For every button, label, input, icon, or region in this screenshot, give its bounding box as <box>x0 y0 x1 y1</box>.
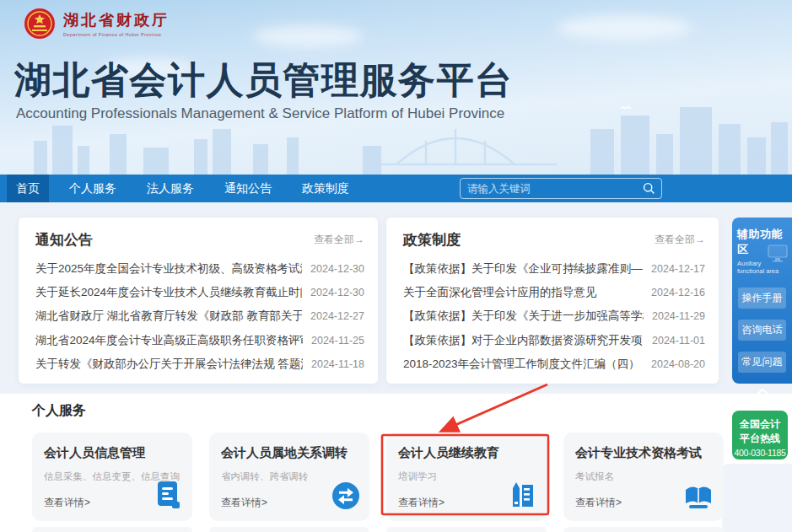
national-hotline-widget[interactable]: 全国会计 平台热线 400-030-1185 <box>732 411 788 459</box>
birds-decoration <box>621 107 631 109</box>
list-item[interactable]: 【政策依据】对于企业内部数据资源研究开发项目的支出... 2024-11-01 <box>403 329 705 352</box>
card-title: 会计专业技术资格考试 <box>575 445 712 461</box>
view-details-link[interactable]: 查看详情> <box>221 496 267 510</box>
policy-date: 2024-11-29 <box>652 310 705 322</box>
nav-item-legal-entity-services[interactable]: 法人服务 <box>137 175 204 202</box>
list-item[interactable]: 湖北省财政厅 湖北省教育厅转发《财政部 教育部关于印... 2024-12-27 <box>35 304 364 328</box>
personal-services-title: 个人服务 <box>32 402 86 420</box>
notices-panel: 通知公告 查看全部→ 关于2025年度全国会计专业技术初级、高级资格考试湖...… <box>19 218 378 384</box>
nav-item-policies[interactable]: 政策制度 <box>292 175 359 202</box>
card-qualification-exam[interactable]: 会计专业技术资格考试 考试报名 查看详情> <box>563 433 724 521</box>
card-subtitle: 考试报名 <box>575 470 712 483</box>
policy-text: 【政策依据】关于印发《关于进一步加强高等学校内部控... <box>403 309 644 324</box>
list-item[interactable]: 【政策依据】关于印发《关于进一步加强高等学校内部控... 2024-11-29 <box>403 304 705 328</box>
list-item[interactable]: 2018-2023年会计管理工作制度文件汇编（四） 2024-08-20 <box>403 352 705 376</box>
notices-list: 关于2025年度全国会计专业技术初级、高级资格考试湖... 2024-12-30… <box>19 255 378 376</box>
national-emblem-icon <box>24 8 56 40</box>
list-item[interactable]: 关于全面深化管理会计应用的指导意见 2024-12-16 <box>403 281 705 304</box>
auxiliary-panel: 辅助功能区 Auxiliary functional area 操作手册 咨询电… <box>732 218 792 384</box>
list-item[interactable]: 湖北省2024年度会计专业高级正高级职务任职资格评审... 2024-11-25 <box>35 329 364 352</box>
card-title: 会计人员继续教育 <box>398 445 535 461</box>
card-continuing-education[interactable]: 会计人员继续教育 培训学习 查看详情> <box>386 433 547 521</box>
card-accountant-info-management[interactable]: 会计人员信息管理 信息采集、信息变更、信息查询 查看详情> <box>32 433 192 521</box>
bottom-right-panel-stub <box>722 464 792 532</box>
policies-view-all-link[interactable]: 查看全部→ <box>655 233 705 247</box>
policies-list: 【政策依据】关于印发《企业可持续披露准则——基本... 2024-12-17 关… <box>386 255 719 376</box>
manual-button[interactable]: 操作手册 <box>738 287 786 309</box>
policy-text: 【政策依据】关于印发《企业可持续披露准则——基本... <box>403 261 643 277</box>
next-row-card-stub <box>209 527 369 532</box>
cloud-decoration <box>557 15 692 40</box>
policy-text: 2018-2023年会计管理工作制度文件汇编（四） <box>403 357 640 372</box>
consult-phone-button[interactable]: 咨询电话 <box>738 320 786 341</box>
nav-item-notices[interactable]: 通知公告 <box>214 175 282 202</box>
policy-text: 关于全面深化管理会计应用的指导意见 <box>403 285 597 300</box>
hotline-line1: 全国会计 <box>732 417 788 432</box>
notice-text: 湖北省2024年度会计专业高级正高级职务任职资格评审... <box>35 333 303 348</box>
notice-text: 关于转发《财政部办公厅关于开展会计法律法规 答题活... <box>35 357 303 372</box>
hotline-line2: 平台热线 <box>732 432 788 446</box>
book-icon <box>682 483 714 513</box>
document-icon <box>154 480 183 513</box>
search-input[interactable] <box>461 183 643 195</box>
monitor-icon <box>767 245 789 266</box>
faq-button[interactable]: 常见问题 <box>738 352 786 373</box>
main-nav: 首页 个人服务 法人服务 通知公告 政策制度 <box>0 175 792 202</box>
notices-title: 通知公告 <box>35 230 93 250</box>
view-details-link[interactable]: 查看详情> <box>398 496 444 510</box>
card-title: 会计人员属地关系调转 <box>221 445 358 461</box>
nav-item-personal-services[interactable]: 个人服务 <box>59 175 127 202</box>
notice-date: 2024-12-30 <box>310 287 364 298</box>
notice-date: 2024-12-27 <box>310 310 364 322</box>
next-row-card-stub <box>32 527 192 532</box>
policy-text: 【政策依据】对于企业内部数据资源研究开发项目的支出... <box>403 333 644 348</box>
search-box <box>460 178 662 199</box>
notice-date: 2024-12-30 <box>310 263 364 275</box>
next-row-card-stub <box>386 527 547 532</box>
transfer-icon <box>331 481 360 513</box>
platform-title: 湖北省会计人员管理服务平台 <box>14 56 514 105</box>
policy-date: 2024-12-16 <box>651 287 705 298</box>
policy-date: 2024-08-20 <box>651 358 705 370</box>
policies-panel: 政策制度 查看全部→ 【政策依据】关于印发《企业可持续披露准则——基本... 2… <box>386 218 719 384</box>
list-item[interactable]: 关于延长2024年度会计专业技术人员继续教育截止时间... 2024-12-30 <box>35 281 364 304</box>
department-name-en: Department of Finance of Hubei Province <box>63 32 170 37</box>
hotline-number: 400-030-1185 <box>732 448 788 458</box>
policy-date: 2024-12-17 <box>651 263 705 275</box>
view-details-link[interactable]: 查看详情> <box>44 496 90 510</box>
collapse-chevron-up-icon[interactable] <box>755 384 770 399</box>
notice-text: 关于延长2024年度会计专业技术人员继续教育截止时间... <box>35 285 302 300</box>
department-logo: 湖北省财政厅 Department of Finance of Hubei Pr… <box>24 8 170 40</box>
department-name-cn: 湖北省财政厅 <box>63 10 170 30</box>
building-icon <box>509 480 537 513</box>
notice-text: 湖北省财政厅 湖北省教育厅转发《财政部 教育部关于印... <box>35 309 302 324</box>
policies-title: 政策制度 <box>403 230 461 250</box>
platform-subtitle: Accounting Professionals Management & Se… <box>16 105 504 122</box>
policy-date: 2024-11-01 <box>652 335 705 347</box>
nav-item-home[interactable]: 首页 <box>7 175 49 202</box>
card-title: 会计人员信息管理 <box>44 445 180 461</box>
list-item[interactable]: 关于2025年度全国会计专业技术初级、高级资格考试湖... 2024-12-30 <box>35 257 364 281</box>
header-banner: 湖北省财政厅 Department of Finance of Hubei Pr… <box>0 0 792 175</box>
notice-date: 2024-11-25 <box>311 335 364 347</box>
notice-date: 2024-11-18 <box>311 358 364 370</box>
notice-text: 关于2025年度全国会计专业技术初级、高级资格考试湖... <box>35 261 302 277</box>
view-details-link[interactable]: 查看详情> <box>575 496 622 510</box>
next-row-card-stub <box>563 527 724 532</box>
cloud-decoration <box>253 25 363 47</box>
list-item[interactable]: 【政策依据】关于印发《企业可持续披露准则——基本... 2024-12-17 <box>403 257 705 281</box>
list-item[interactable]: 关于转发《财政部办公厅关于开展会计法律法规 答题活... 2024-11-18 <box>35 352 364 376</box>
search-icon[interactable] <box>643 182 655 195</box>
notices-view-all-link[interactable]: 查看全部→ <box>314 233 364 247</box>
page: 湖北省财政厅 Department of Finance of Hubei Pr… <box>0 0 792 532</box>
card-territorial-transfer[interactable]: 会计人员属地关系调转 省内调转、跨省调转 查看详情> <box>209 433 369 521</box>
